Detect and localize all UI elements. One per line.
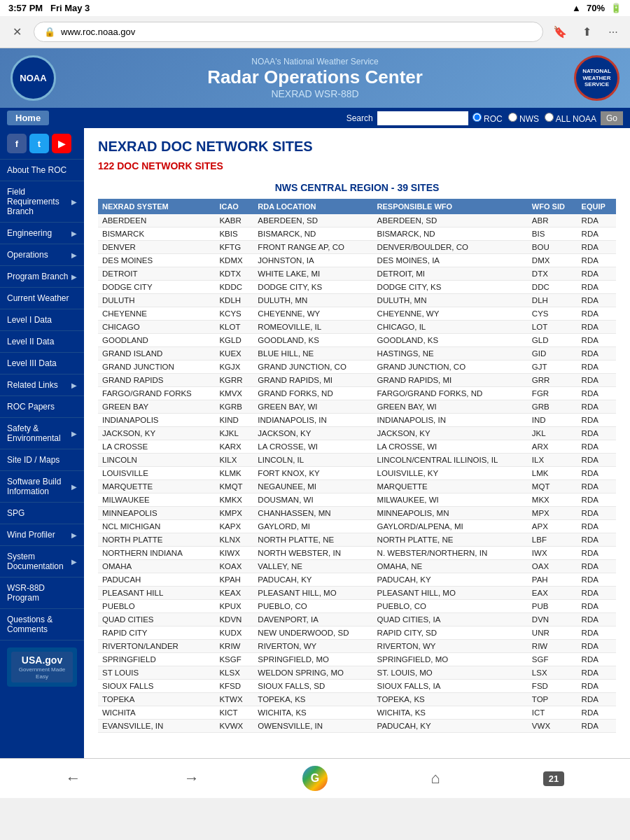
home-nav-item[interactable]: Home [7, 111, 49, 125]
tab-count[interactable]: 21 [543, 771, 564, 786]
table-cell: GRAND JUNCTION [98, 360, 215, 374]
table-cell: KLSX [215, 666, 253, 680]
sidebar-item-level2[interactable]: Level II Data [0, 331, 84, 353]
sidebar-item-field-requirements[interactable]: Field Requirements Branch ▶ [0, 181, 84, 223]
share-button[interactable]: ⬆ [577, 22, 596, 42]
usa-gov-logo[interactable]: USA.gov Government Made Easy [7, 648, 77, 687]
col-responsible-wfo: RESPONSIBLE WFO [373, 199, 528, 214]
table-cell: RDA [578, 640, 616, 653]
sidebar-item-level3[interactable]: Level III Data [0, 353, 84, 374]
sidebar-item-wsr88d[interactable]: WSR-88D Program [0, 578, 84, 609]
table-cell: FSD [528, 680, 578, 693]
sidebar-item-roc-papers[interactable]: ROC Papers [0, 396, 84, 418]
table-cell: BISMARCK [98, 227, 215, 241]
search-input[interactable] [377, 111, 468, 125]
table-cell: KABR [215, 214, 253, 227]
table-cell: RDA [578, 666, 616, 680]
table-cell: FARGO/GRAND FORKS [98, 387, 215, 400]
twitter-icon[interactable]: t [29, 134, 49, 153]
forward-button[interactable]: → [184, 769, 200, 788]
table-row: LOUISVILLEKLMKFORT KNOX, KYLOUISVILLE, K… [98, 467, 616, 480]
table-cell: GRAND RAPIDS, MI [253, 374, 372, 387]
sidebar-item-questions[interactable]: Questions & Comments [0, 609, 84, 640]
table-cell: ST. LOUIS, MO [373, 666, 528, 680]
table-row: TOPEKAKTWXTOPEKA, KSTOPEKA, KSTOPRDA [98, 693, 616, 706]
table-cell: RDA [578, 560, 616, 573]
table-cell: RIVERTON, WY [253, 640, 372, 653]
col-nexrad-system: NEXRAD SYSTEM [98, 199, 215, 214]
sidebar-item-safety[interactable]: Safety & Environmental ▶ [0, 418, 84, 449]
table-cell: GRAND FORKS, ND [253, 387, 372, 400]
table-cell: EAX [528, 587, 578, 600]
url-bar[interactable]: 🔒 www.roc.noaa.gov [34, 22, 543, 42]
table-cell: LA CROSSE, WI [253, 440, 372, 454]
table-cell: RDA [578, 414, 616, 427]
table-cell: GRAND JUNCTION, CO [253, 360, 372, 374]
table-cell: ILX [528, 454, 578, 467]
table-cell: PUEBLO [98, 600, 215, 613]
table-cell: JACKSON, KY [98, 427, 215, 440]
table-cell: KOAX [215, 560, 253, 573]
table-cell: NEW UNDERWOOD, SD [253, 626, 372, 640]
table-cell: JKL [528, 427, 578, 440]
table-cell: INDIANAPOLIS, IN [373, 414, 528, 427]
arrow-icon: ▶ [71, 251, 77, 259]
table-cell: VALLEY, NE [253, 560, 372, 573]
table-cell: LA CROSSE [98, 440, 215, 454]
sidebar-item-program-branch[interactable]: Program Branch ▶ [0, 266, 84, 288]
sidebar-item-system-documentation[interactable]: System Documentation ▶ [0, 546, 84, 578]
sidebar-item-about[interactable]: About The ROC [0, 160, 84, 181]
sidebar-item-software-build[interactable]: Software Build Information ▶ [0, 471, 84, 503]
home-button[interactable]: ⌂ [430, 769, 440, 788]
radio-roc[interactable]: ROC [472, 113, 503, 124]
site-count: 122 DOC NETWORK SITES [98, 160, 616, 172]
table-row: LINCOLNKILXLINCOLN, ILLINCOLN/CENTRAL IL… [98, 454, 616, 467]
table-cell: INDIANAPOLIS [98, 414, 215, 427]
table-cell: DODGE CITY [98, 281, 215, 294]
sidebar-item-operations[interactable]: Operations ▶ [0, 244, 84, 266]
sidebar-item-spg[interactable]: SPG [0, 503, 84, 524]
radio-nws[interactable]: NWS [508, 113, 539, 124]
go-button[interactable]: Go [601, 111, 623, 125]
sidebar-item-level1[interactable]: Level I Data [0, 309, 84, 331]
sidebar-item-related-links[interactable]: Related Links ▶ [0, 374, 84, 396]
table-cell: RDA [578, 626, 616, 640]
google-button[interactable]: G [302, 766, 328, 791]
sidebar-item-current-weather[interactable]: Current Weather [0, 288, 84, 309]
table-cell: PLEASANT HILL [98, 587, 215, 600]
status-time: 3:57 PM Fri May 3 [8, 3, 90, 13]
table-cell: RDA [578, 267, 616, 281]
sidebar-item-site-id[interactable]: Site ID / Maps [0, 449, 84, 471]
facebook-icon[interactable]: f [7, 134, 27, 153]
table-cell: GRB [528, 400, 578, 414]
table-cell: KLOT [215, 321, 253, 334]
radio-all-noaa[interactable]: ALL NOAA [545, 113, 596, 124]
table-cell: GAYLORD/ALPENA, MI [373, 520, 528, 533]
table-cell: RDA [578, 693, 616, 706]
table-row: DENVERKFTGFRONT RANGE AP, CODENVER/BOULD… [98, 241, 616, 254]
table-cell: SPRINGFIELD, MO [253, 653, 372, 666]
table-cell: KARX [215, 440, 253, 454]
table-cell: RDA [578, 507, 616, 520]
table-row: RIVERTON/LANDERKRIWRIVERTON, WYRIVERTON,… [98, 640, 616, 653]
close-button[interactable]: ✕ [7, 22, 27, 42]
youtube-icon[interactable]: ▶ [52, 134, 71, 153]
bookmark-button[interactable]: 🔖 [550, 22, 570, 42]
sidebar-item-wind-profiler[interactable]: Wind Profiler ▶ [0, 524, 84, 546]
table-cell: ST LOUIS [98, 666, 215, 680]
page-wrapper: NOAA NOAA's National Weather Service Rad… [0, 48, 630, 798]
table-cell: KICT [215, 706, 253, 720]
table-cell: KMPX [215, 507, 253, 520]
table-cell: BISMARCK, ND [373, 227, 528, 241]
table-cell: DVN [528, 613, 578, 626]
back-button[interactable]: ← [66, 769, 81, 788]
sidebar-social: f t ▶ [0, 128, 84, 160]
table-cell: KAPX [215, 520, 253, 533]
table-cell: UNR [528, 626, 578, 640]
table-cell: KILX [215, 454, 253, 467]
sidebar-item-engineering[interactable]: Engineering ▶ [0, 223, 84, 244]
table-cell: DETROIT, MI [373, 267, 528, 281]
more-button[interactable]: ··· [603, 22, 623, 42]
table-cell: LOUISVILLE, KY [373, 467, 528, 480]
battery-level: 70% [587, 3, 605, 13]
